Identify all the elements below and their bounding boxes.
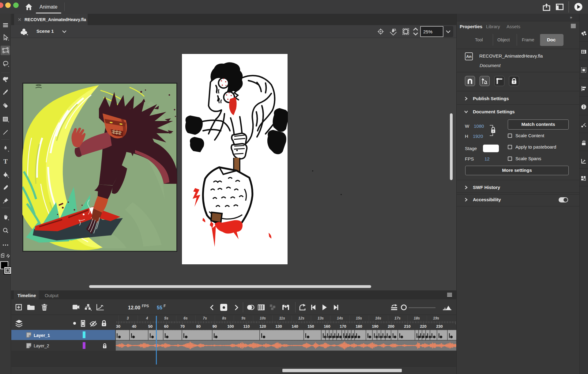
svg-text:T: T — [3, 158, 8, 165]
